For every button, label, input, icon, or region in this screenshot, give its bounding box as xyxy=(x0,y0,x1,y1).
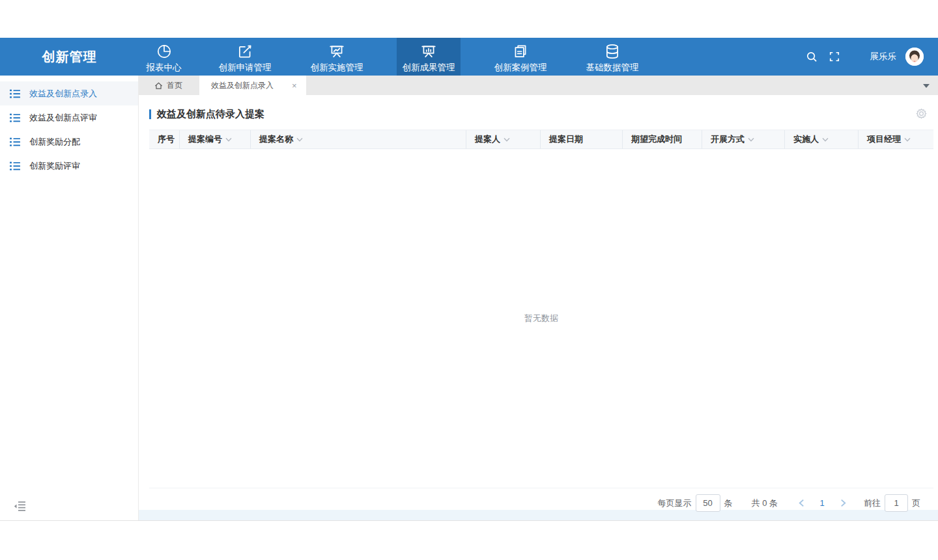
topnav-item-innovation-case[interactable]: 创新案例管理 xyxy=(485,38,556,76)
app-body: 效益及创新点录入效益及创新点评审创新奖励分配创新奖励评审 首页 效益及创新点录入… xyxy=(0,76,938,521)
column-header-label: 项目经理 xyxy=(867,133,901,145)
topbar-right-tools: 展乐乐 xyxy=(804,38,938,76)
pie-chart-icon xyxy=(156,42,173,61)
prev-page-icon[interactable] xyxy=(793,496,809,511)
pagination: 每页显示 条 共 0 条 1 前往 页 xyxy=(149,494,920,512)
collapse-sidebar-icon[interactable] xyxy=(14,501,27,512)
per-page-unit: 条 xyxy=(724,497,733,509)
topnav-item-base-data[interactable]: 基础数据管理 xyxy=(576,38,648,76)
sidebar-item-label: 效益及创新点录入 xyxy=(29,88,97,100)
list-icon xyxy=(10,112,21,123)
table-body: 暂无数据 xyxy=(149,149,933,488)
sidebar-item-label: 效益及创新点评审 xyxy=(29,112,97,124)
column-header[interactable]: 提案编号 xyxy=(179,130,250,148)
page-number[interactable]: 1 xyxy=(813,498,831,508)
column-header-label: 提案名称 xyxy=(259,133,293,145)
page-title-row: 效益及创新点待录入提案 xyxy=(149,104,938,124)
topnav-item-label: 创新案例管理 xyxy=(494,62,547,74)
table-settings-gear-icon[interactable] xyxy=(916,108,928,120)
chevron-down-icon xyxy=(748,137,754,142)
tab-close-icon[interactable]: × xyxy=(292,81,297,90)
topnav-item-label: 创新实施管理 xyxy=(311,62,363,74)
topnav-item-innovation-achievement[interactable]: 创新成果管理 xyxy=(397,38,461,76)
column-header-label: 期望完成时间 xyxy=(631,133,682,145)
chevron-down-icon xyxy=(822,137,829,142)
main-area: 首页 效益及创新点录入 × 效益及创新点待录入提案 序号提案编号提案名称提案人提… xyxy=(139,76,938,520)
empty-state-text: 暂无数据 xyxy=(524,313,558,324)
page-title: 效益及创新点待录入提案 xyxy=(157,108,264,120)
column-header-label: 提案编号 xyxy=(188,133,222,145)
column-header-label: 序号 xyxy=(158,133,175,145)
sidebar-item-label: 创新奖励分配 xyxy=(29,136,80,148)
top-menu: 报表中心创新申请管理创新实施管理创新成果管理创新案例管理基础数据管理 xyxy=(132,38,648,76)
database-icon xyxy=(604,42,621,61)
sidebar-item-reward-allocation[interactable]: 创新奖励分配 xyxy=(0,130,138,154)
fullscreen-icon[interactable] xyxy=(826,48,843,65)
avatar[interactable] xyxy=(905,48,924,66)
chevron-down-icon xyxy=(225,137,232,142)
goto-page-input[interactable] xyxy=(885,494,908,512)
search-icon[interactable] xyxy=(804,48,821,65)
column-header[interactable]: 开展方式 xyxy=(702,130,784,148)
topnav-item-report-center[interactable]: 报表中心 xyxy=(132,38,195,76)
top-margin xyxy=(0,0,938,38)
column-header[interactable]: 提案人 xyxy=(466,130,540,148)
sidebar-menu: 效益及创新点录入效益及创新点评审创新奖励分配创新奖励评审 xyxy=(0,76,138,178)
tab-label: 效益及创新点录入 xyxy=(211,80,274,91)
top-navigation-bar: 创新管理 报表中心创新申请管理创新实施管理创新成果管理创新案例管理基础数据管理 … xyxy=(0,38,938,76)
tab-benefit-entry[interactable]: 效益及创新点录入 × xyxy=(199,76,306,95)
presentation-line-icon xyxy=(328,42,345,61)
column-header-label: 提案日期 xyxy=(549,133,583,145)
tab-home[interactable]: 首页 xyxy=(139,76,199,95)
presentation-bar-icon xyxy=(420,42,437,61)
table-header-row: 序号提案编号提案名称提案人提案日期期望完成时间开展方式实施人项目经理 xyxy=(149,130,933,149)
topnav-item-label: 创新成果管理 xyxy=(403,62,455,74)
edit-icon xyxy=(236,42,253,61)
tab-home-label: 首页 xyxy=(167,80,182,91)
list-icon xyxy=(10,136,21,147)
column-header: 期望完成时间 xyxy=(622,130,702,148)
next-page-icon[interactable] xyxy=(835,496,851,511)
topnav-item-label: 报表中心 xyxy=(147,62,182,74)
column-header[interactable]: 提案名称 xyxy=(250,130,466,148)
column-header[interactable]: 项目经理 xyxy=(858,130,933,148)
sidebar-item-benefit-entry[interactable]: 效益及创新点录入 xyxy=(0,81,138,105)
chevron-down-icon xyxy=(904,137,911,142)
goto-unit: 页 xyxy=(912,497,920,509)
column-header-label: 提案人 xyxy=(475,133,500,145)
column-header-label: 开展方式 xyxy=(711,133,745,145)
sidebar-item-benefit-review[interactable]: 效益及创新点评审 xyxy=(0,105,138,130)
title-accent-bar xyxy=(149,109,151,119)
column-header: 序号 xyxy=(149,130,179,148)
topnav-item-label: 基础数据管理 xyxy=(586,62,639,74)
home-icon xyxy=(154,81,163,90)
sidebar: 效益及创新点录入效益及创新点评审创新奖励分配创新奖励评审 xyxy=(0,76,139,520)
column-header[interactable]: 实施人 xyxy=(784,130,858,148)
chevron-down-icon xyxy=(504,137,510,142)
app-title: 创新管理 xyxy=(0,38,139,76)
per-page-label: 每页显示 xyxy=(658,497,692,509)
list-icon xyxy=(10,160,21,171)
topnav-item-label: 创新申请管理 xyxy=(219,62,272,74)
column-header: 提案日期 xyxy=(540,130,622,148)
chevron-down-icon xyxy=(296,137,303,142)
sidebar-item-reward-review[interactable]: 创新奖励评审 xyxy=(0,154,138,178)
goto-label: 前往 xyxy=(864,497,881,509)
tab-list-caret-icon[interactable] xyxy=(923,84,930,88)
sidebar-item-label: 创新奖励评审 xyxy=(29,160,80,172)
username[interactable]: 展乐乐 xyxy=(870,51,897,63)
proposals-table: 序号提案编号提案名称提案人提案日期期望完成时间开展方式实施人项目经理 暂无数据 xyxy=(149,130,933,488)
total-count: 共 0 条 xyxy=(752,497,778,509)
topnav-item-innovation-apply[interactable]: 创新申请管理 xyxy=(209,38,281,76)
list-icon xyxy=(10,88,21,99)
documents-icon xyxy=(512,42,529,61)
app-window: 创新管理 报表中心创新申请管理创新实施管理创新成果管理创新案例管理基础数据管理 … xyxy=(0,0,938,560)
column-header-label: 实施人 xyxy=(793,133,819,145)
topnav-item-innovation-implement[interactable]: 创新实施管理 xyxy=(301,38,373,76)
per-page-input[interactable] xyxy=(696,494,720,512)
tab-bar: 首页 效益及创新点录入 × xyxy=(139,76,938,95)
content-panel: 效益及创新点待录入提案 序号提案编号提案名称提案人提案日期期望完成时间开展方式实… xyxy=(139,95,938,510)
